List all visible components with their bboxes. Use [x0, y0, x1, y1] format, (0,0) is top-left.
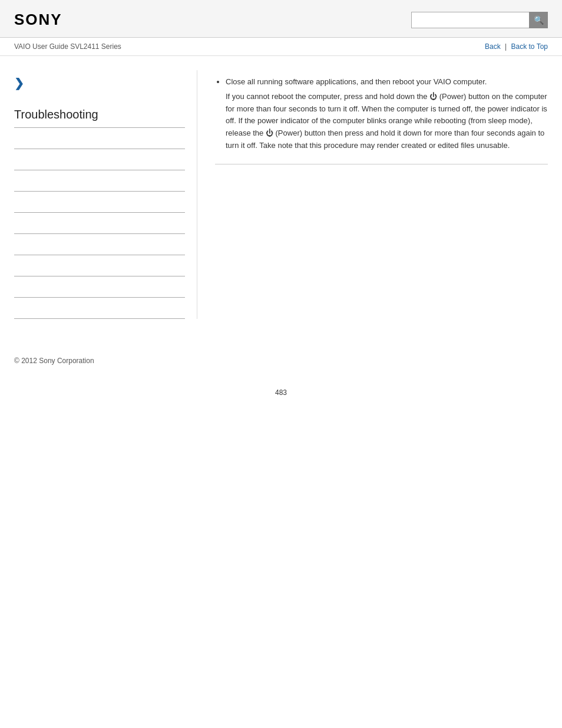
sidebar-line [14, 213, 185, 234]
back-link[interactable]: Back [485, 42, 501, 51]
search-input[interactable] [411, 12, 529, 28]
search-area: 🔍 [411, 12, 548, 28]
sidebar-arrow: ❯ [14, 76, 185, 90]
sidebar-lines [14, 128, 185, 319]
page-footer: © 2012 Sony Corporation [0, 345, 562, 377]
search-icon: 🔍 [534, 15, 544, 25]
nav-separator: | [505, 42, 507, 51]
sidebar-line [14, 149, 185, 170]
content-area: Close all running software applications,… [197, 70, 548, 319]
content-list-item: Close all running software applications,… [226, 76, 548, 88]
sidebar-line [14, 128, 185, 149]
page-header: SONY 🔍 [0, 0, 562, 38]
search-button[interactable]: 🔍 [529, 12, 548, 28]
sidebar-line [14, 298, 185, 319]
copyright-text: © 2012 Sony Corporation [14, 357, 94, 365]
breadcrumb: VAIO User Guide SVL2411 Series [14, 42, 121, 51]
content-paragraph: If you cannot reboot the computer, press… [226, 91, 548, 152]
sony-logo: SONY [14, 11, 62, 29]
sidebar-line [14, 276, 185, 298]
sidebar-line [14, 234, 185, 255]
content-divider [215, 164, 548, 164]
sidebar: ❯ Troubleshooting [14, 70, 197, 319]
page-number: 483 [0, 377, 562, 409]
sidebar-line [14, 170, 185, 192]
nav-links: Back | Back to Top [485, 42, 548, 51]
back-to-top-link[interactable]: Back to Top [511, 42, 548, 51]
sidebar-line [14, 192, 185, 213]
main-content: ❯ Troubleshooting Close all running soft… [0, 56, 562, 333]
sidebar-line [14, 255, 185, 276]
content-list: Close all running software applications,… [226, 76, 548, 88]
sidebar-title: Troubleshooting [14, 108, 185, 128]
nav-bar: VAIO User Guide SVL2411 Series Back | Ba… [0, 38, 562, 56]
